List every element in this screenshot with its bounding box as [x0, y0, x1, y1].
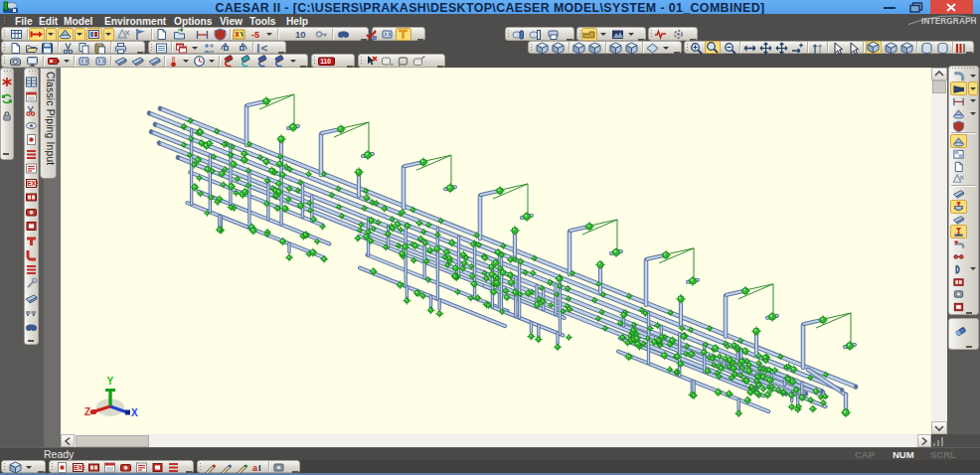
- svg-text:Y: Y: [107, 376, 114, 387]
- svg-text:Z: Z: [84, 406, 90, 417]
- svg-text:-5: -5: [251, 30, 259, 40]
- svg-text:I: I: [258, 463, 261, 473]
- svg-text:110: 110: [320, 58, 331, 65]
- svg-text:EXE: EXE: [74, 464, 84, 471]
- svg-text:10: 10: [295, 29, 306, 40]
- svg-text:X: X: [131, 407, 138, 418]
- svg-text:EXE: EXE: [27, 180, 38, 187]
- svg-text:INTERGRAPH: INTERGRAPH: [921, 17, 977, 26]
